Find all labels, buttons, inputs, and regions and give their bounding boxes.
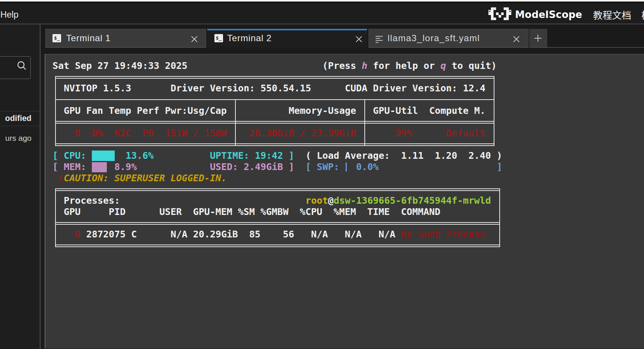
ms-logo xyxy=(488,5,512,20)
close-yaml[interactable] xyxy=(513,36,520,42)
close-t1[interactable] xyxy=(191,36,198,42)
menu-docs[interactable]: 教程文档 xyxy=(593,10,631,19)
tabbar-underline xyxy=(529,47,644,48)
cpu-bar xyxy=(92,151,115,161)
menu-part: 模型 xyxy=(641,10,644,19)
yaml-icon xyxy=(375,35,383,43)
sidebar-divider xyxy=(40,25,40,349)
ms-wordmark: ModelScope xyxy=(515,9,582,20)
col-modified: odified xyxy=(0,114,31,123)
menu-help[interactable]: Help xyxy=(0,10,18,19)
close-t2[interactable] xyxy=(356,36,362,42)
cell-ago: urs ago xyxy=(0,134,31,143)
mem-bar xyxy=(92,162,107,172)
search-icon xyxy=(16,60,27,71)
swp-bar xyxy=(346,163,347,172)
